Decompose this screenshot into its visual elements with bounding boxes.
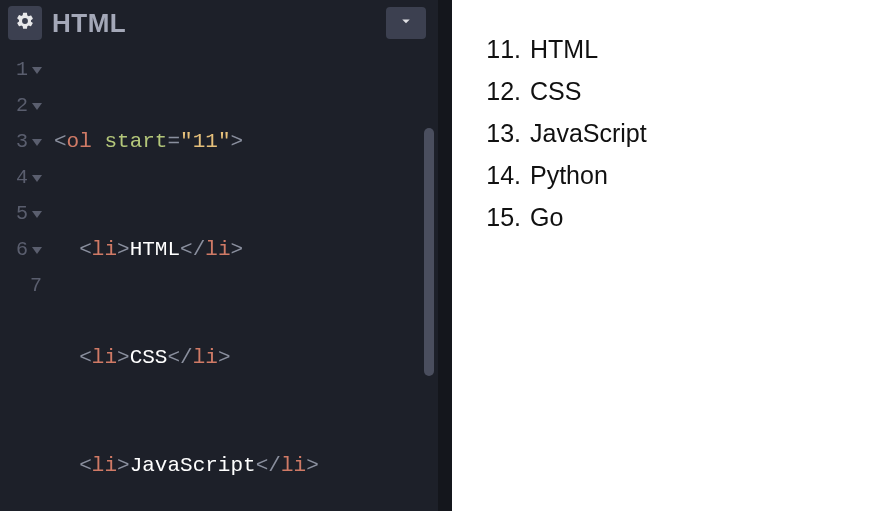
editor-title: HTML [52, 8, 126, 39]
code-line: <li>JavaScript</li> [54, 448, 438, 484]
gutter-line: 3 [0, 124, 42, 160]
scrollbar-thumb[interactable] [424, 128, 434, 376]
editor-header: HTML [0, 0, 438, 48]
fold-caret-icon[interactable] [32, 67, 42, 74]
code-content[interactable]: <ol start="11"> <li>HTML</li> <li>CSS</l… [46, 52, 438, 511]
gutter-line: 4 [0, 160, 42, 196]
code-line: <ol start="11"> [54, 124, 438, 160]
list-item: Go [528, 196, 856, 238]
editor-header-left: HTML [8, 6, 126, 40]
main-area: HTML 1 2 3 4 5 6 7 <ol start="11"> <li>H… [0, 0, 884, 511]
attr-value: 11 [193, 130, 218, 153]
code-text: JavaScript [130, 454, 256, 477]
code-line: <li>HTML</li> [54, 232, 438, 268]
preview-list: HTML CSS JavaScript Python Go [480, 28, 856, 238]
gutter-line: 2 [0, 88, 42, 124]
chevron-down-icon [397, 12, 415, 34]
fold-caret-icon[interactable] [32, 103, 42, 110]
collapse-button[interactable] [386, 7, 426, 39]
line-gutter: 1 2 3 4 5 6 7 [0, 52, 46, 511]
gear-icon [15, 11, 35, 35]
panel-divider[interactable] [438, 0, 452, 511]
line-number: 4 [16, 160, 28, 196]
gutter-line: 6 [0, 232, 42, 268]
line-number: 5 [16, 196, 28, 232]
fold-caret-icon[interactable] [32, 175, 42, 182]
preview-panel: HTML CSS JavaScript Python Go [452, 0, 884, 511]
list-item: Python [528, 154, 856, 196]
fold-caret-icon[interactable] [32, 211, 42, 218]
code-text: HTML [130, 238, 180, 261]
line-number: 3 [16, 124, 28, 160]
code-editor[interactable]: 1 2 3 4 5 6 7 <ol start="11"> <li>HTML</… [0, 48, 438, 511]
code-line: <li>CSS</li> [54, 340, 438, 376]
line-number: 2 [16, 88, 28, 124]
code-text: CSS [130, 346, 168, 369]
gutter-line: 1 [0, 52, 42, 88]
line-number: 6 [16, 232, 28, 268]
line-number: 1 [16, 52, 28, 88]
list-item: HTML [528, 28, 856, 70]
gutter-line: 5 [0, 196, 42, 232]
editor-panel: HTML 1 2 3 4 5 6 7 <ol start="11"> <li>H… [0, 0, 438, 511]
list-item: CSS [528, 70, 856, 112]
fold-caret-icon[interactable] [32, 139, 42, 146]
line-number: 7 [30, 268, 42, 304]
gutter-line: 7 [0, 268, 42, 304]
fold-caret-icon[interactable] [32, 247, 42, 254]
settings-button[interactable] [8, 6, 42, 40]
list-item: JavaScript [528, 112, 856, 154]
